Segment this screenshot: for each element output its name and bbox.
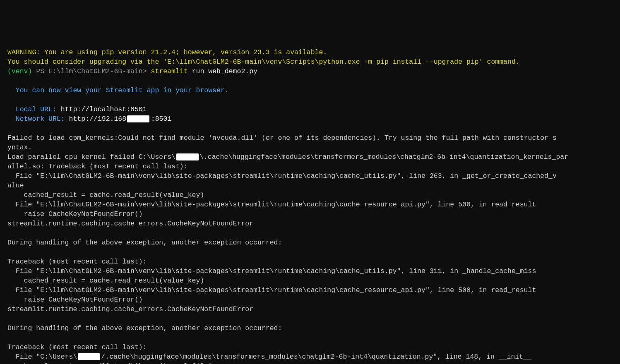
streamlit-message: You can now view your Streamlit app in y…: [7, 86, 229, 94]
pip-warning-line1: WARNING: You are using pip version 21.2.…: [7, 48, 327, 56]
error-line: alue: [7, 182, 24, 189]
redacted-user: [78, 353, 100, 360]
error-line: cached_result = cache.read_result(value_…: [7, 277, 204, 285]
network-url-prefix: http://192.168: [69, 115, 127, 123]
error-line: File "C:\Users\: [7, 353, 77, 361]
error-line: Failed to load cpm_kernels:Could not fin…: [7, 134, 557, 142]
error-line: Traceback (most recent call last):: [7, 343, 147, 351]
error-line: allel.so: Traceback (most recent call la…: [7, 163, 188, 170]
error-line: raise CacheKeyNotFoundError(): [7, 296, 143, 304]
network-url-suffix: :8501: [151, 115, 172, 123]
error-line: yntax.: [7, 144, 32, 151]
command-name: streamlit: [151, 67, 188, 75]
command-args: run web_demo2.py: [188, 67, 257, 75]
error-line: streamlit.runtime.caching.cache_errors.C…: [7, 305, 253, 313]
local-url-label: Local URL:: [7, 105, 61, 113]
pip-warning-line2: You should consider upgrading via the 'E…: [7, 58, 520, 66]
error-line: File "E:\llm\ChatGLM2-6B-main\venv\lib\s…: [7, 286, 536, 294]
error-line: File "E:\llm\ChatGLM2-6B-main\venv\lib\s…: [7, 172, 557, 180]
error-line: \.cache\huggingface\modules\transformers…: [199, 153, 568, 161]
venv-indicator: (venv): [7, 67, 32, 75]
error-line: /.cache\huggingface\modules\transformers…: [101, 353, 531, 361]
error-line: During handling of the above exception, …: [7, 324, 282, 332]
error-line: Load parallel cpu kernel failed C:\Users…: [7, 153, 175, 161]
redacted-user: [176, 153, 199, 160]
error-line: File "E:\llm\ChatGLM2-6B-main\venv\lib\s…: [7, 267, 536, 275]
error-line: File "E:\llm\ChatGLM2-6B-main\venv\lib\s…: [7, 201, 536, 208]
error-line: kernels = ctypes.cdll.LoadLibrary(kernel…: [7, 362, 212, 364]
error-line: streamlit.runtime.caching.cache_errors.C…: [7, 220, 253, 228]
ps-path: PS E:\llm\ChatGLM2-6B-main>: [32, 67, 151, 75]
network-url-label: Network URL:: [7, 115, 69, 123]
terminal-output[interactable]: WARNING: You are using pip version 21.2.…: [0, 48, 620, 364]
error-line: cached_result = cache.read_result(value_…: [7, 191, 204, 199]
error-line: Traceback (most recent call last):: [7, 258, 147, 266]
redacted-ip: [127, 115, 149, 122]
error-line: During handling of the above exception, …: [7, 239, 282, 247]
error-line: raise CacheKeyNotFoundError(): [7, 210, 143, 218]
local-url[interactable]: http://localhost:8501: [61, 105, 147, 113]
